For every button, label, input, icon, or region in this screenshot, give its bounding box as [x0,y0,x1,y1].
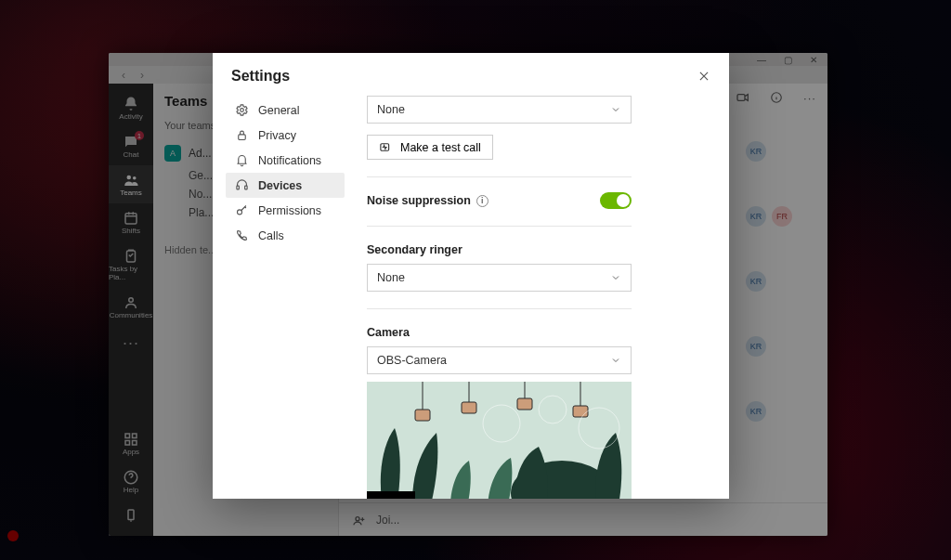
settings-content: None Make a test call Noise suppression … [350,94,729,499]
gear-icon [235,103,249,117]
svg-rect-25 [462,402,476,413]
key-icon [235,203,249,217]
camera-preview: Preview [367,382,632,499]
settings-header: Settings [213,53,729,94]
settings-nav-general[interactable]: General [226,98,345,123]
lock-icon [235,128,249,142]
svg-point-14 [241,109,244,112]
secondary-ringer-select[interactable]: None [367,264,632,292]
settings-nav-privacy[interactable]: Privacy [226,123,345,148]
settings-nav-notifications[interactable]: Notifications [226,148,345,173]
bell-outline-icon [235,153,249,167]
nav-notifications-label: Notifications [258,154,321,167]
preview-image [367,382,632,499]
test-call-label: Make a test call [400,141,481,154]
svg-rect-27 [517,398,532,410]
chevron-down-icon [610,355,621,366]
secondary-ringer-value: None [377,271,405,284]
nav-permissions-label: Permissions [258,204,321,217]
secondary-ringer-label: Secondary ringer [367,243,712,256]
nav-calls-label: Calls [258,229,284,242]
close-settings-button[interactable] [697,70,710,83]
speaker-select[interactable]: None [367,96,632,124]
chevron-down-icon [610,272,621,283]
info-icon[interactable]: i [476,195,489,207]
noise-suppression-label: Noise suppression i [367,194,489,207]
close-icon [697,70,710,83]
make-test-call-button[interactable]: Make a test call [367,135,493,160]
settings-nav: General Privacy Notifications Devices Pe… [213,94,350,499]
camera-select[interactable]: OBS-Camera [367,346,632,374]
chevron-down-icon [610,104,621,115]
nav-general-label: General [258,104,299,117]
svg-rect-29 [573,406,588,417]
svg-point-18 [238,210,242,215]
settings-nav-calls[interactable]: Calls [226,223,345,248]
settings-dialog: Settings General Privacy Notifications D… [213,53,729,499]
divider [367,226,632,227]
svg-rect-16 [237,186,240,189]
svg-rect-15 [239,135,246,140]
divider [367,308,632,309]
noise-suppression-toggle[interactable] [600,192,632,209]
nav-devices-label: Devices [258,179,302,192]
settings-nav-devices[interactable]: Devices [226,173,345,198]
speaker-value: None [377,103,405,116]
divider [367,176,632,177]
camera-label: Camera [367,326,712,339]
camera-value: OBS-Camera [377,354,447,367]
preview-black-box [367,491,415,499]
settings-title: Settings [231,68,290,85]
waveform-icon [379,140,393,154]
headset-icon [235,178,249,192]
settings-nav-permissions[interactable]: Permissions [226,198,345,223]
nav-privacy-label: Privacy [258,129,296,142]
phone-icon [235,228,249,242]
svg-rect-17 [245,186,248,189]
svg-rect-23 [415,410,430,421]
